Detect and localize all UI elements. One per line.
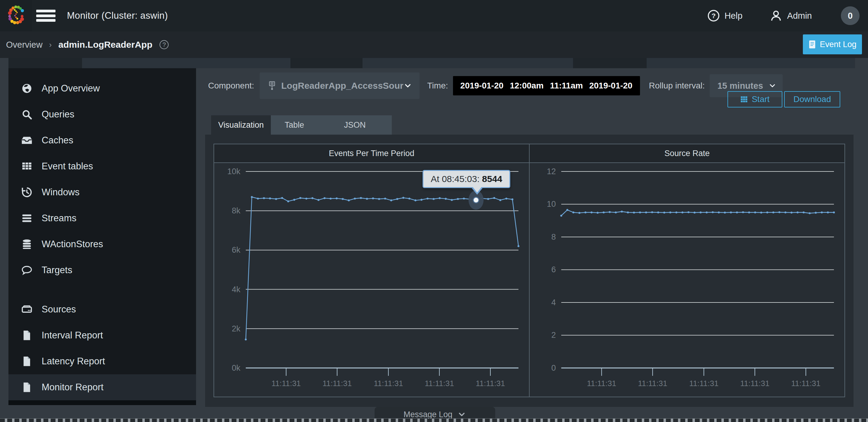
source-rate-chart[interactable]: 02468101211:11:3111:11:3111:11:3111:11:3… (530, 163, 844, 397)
y-tick-label: 2k (231, 324, 240, 333)
data-point (700, 211, 702, 213)
data-point (439, 197, 441, 199)
notification-badge[interactable]: 0 (841, 6, 860, 25)
component-value: LogReaderApp_AccessSource (281, 81, 403, 91)
globe-icon (20, 82, 34, 94)
breadcrumb-separator: › (49, 40, 52, 50)
sidebar-item-sources[interactable]: Sources (8, 297, 196, 322)
file-icon (20, 329, 34, 341)
time-value-3[interactable]: 2019-01-20 (589, 81, 632, 90)
sidebar-scrollbar[interactable] (8, 400, 196, 405)
sidebar-item-label: Monitor Report (42, 382, 103, 393)
time-range-box[interactable]: 2019-01-2012:00am11:11am2019-01-20 (453, 76, 640, 95)
time-value-0[interactable]: 2019-01-20 (460, 81, 503, 90)
partial-tile (82, 58, 290, 68)
sidebar-item-label: Windows (42, 187, 80, 198)
y-tick-label: 0 (551, 363, 556, 372)
rollup-label: Rollup interval: (649, 81, 705, 90)
document-icon (808, 40, 816, 49)
chart-plot: 02468101211:11:3111:11:3111:11:3111:11:3… (530, 163, 844, 397)
y-tick-label: 10k (227, 167, 240, 176)
start-button[interactable]: Start (727, 91, 782, 108)
data-line (246, 197, 519, 340)
tab-json[interactable]: JSON (318, 115, 392, 135)
data-point (645, 211, 647, 213)
data-point (257, 198, 259, 199)
horizontal-scrollbar[interactable] (0, 418, 868, 422)
file-icon (20, 381, 34, 393)
cache-tray-icon (20, 134, 34, 146)
sidebar-item-queries[interactable]: Queries (8, 102, 196, 128)
sidebar-item-interval-report[interactable]: Interval Report (8, 322, 196, 348)
user-menu[interactable]: Admin (769, 9, 812, 23)
data-point (694, 212, 695, 214)
chevron-down-icon (457, 410, 466, 419)
data-point (833, 211, 835, 213)
sidebar-item-event-tables[interactable]: Event tables (8, 153, 196, 179)
data-point (427, 198, 428, 199)
sidebar-item-streams[interactable]: Streams (8, 205, 196, 231)
breadcrumb-overview[interactable]: Overview (6, 40, 42, 50)
top-bar: Monitor (Cluster: aswin) ? Help Admin 0 (0, 0, 868, 31)
partial-tile (363, 58, 573, 68)
data-point (342, 198, 343, 200)
component-select[interactable]: LogReaderApp_AccessSource (260, 73, 420, 99)
data-point (663, 212, 665, 214)
data-point (421, 199, 422, 201)
x-tick-label: 11:11:31 (476, 379, 505, 388)
data-point (579, 212, 580, 214)
time-value-1[interactable]: 12:00am (510, 81, 544, 90)
data-point (336, 197, 338, 199)
events-per-time-period-chart[interactable]: At 08:45:03: 8544 0k2k4k6k8k10k11:11:311… (214, 163, 529, 397)
partial-tile (290, 58, 363, 68)
event-log-button[interactable]: Event Log (803, 34, 862, 54)
sidebar-item-app-overview[interactable]: App Overview (8, 76, 196, 102)
data-point (621, 211, 623, 213)
streams-icon (20, 212, 34, 224)
sidebar-item-label: App Overview (42, 83, 100, 94)
sidebar-item-label: Queries (42, 109, 74, 120)
database-icon (20, 238, 34, 250)
data-point (682, 211, 683, 213)
sidebar-item-windows[interactable]: Windows (8, 179, 196, 205)
striim-logo[interactable] (0, 0, 32, 31)
x-tick-label: 11:11:31 (322, 379, 352, 388)
data-point (688, 211, 689, 213)
data-point (615, 211, 617, 213)
chart-panels: Events Per Time Period At 08:45:03: 8544… (214, 144, 845, 397)
sidebar-item-label: Targets (42, 265, 72, 276)
menu-hamburger-icon[interactable] (36, 9, 56, 22)
help-button[interactable]: ? Help (707, 9, 743, 22)
sidebar-item-wactionstores[interactable]: WActionStores (8, 231, 196, 257)
sidebar-item-monitor-report[interactable]: Monitor Report (8, 374, 196, 400)
sidebar-item-label: Sources (42, 304, 76, 315)
data-point (609, 211, 611, 213)
striim-logo-icon (3, 2, 29, 29)
charts-card: Events Per Time Period At 08:45:03: 8544… (205, 135, 854, 407)
sidebar-item-targets[interactable]: Targets (8, 257, 196, 283)
download-button[interactable]: Download (784, 91, 840, 108)
app-help-icon[interactable]: ? (159, 40, 168, 49)
tab-table[interactable]: Table (271, 115, 318, 135)
data-point (451, 199, 453, 201)
table-grid-icon (20, 160, 34, 172)
message-log-label: Message Log (404, 410, 453, 419)
data-point (312, 197, 313, 199)
time-value-2[interactable]: 11:11am (550, 81, 583, 90)
sidebar-item-caches[interactable]: Caches (8, 128, 196, 153)
data-point (293, 199, 295, 201)
data-point (827, 211, 829, 213)
data-point (760, 212, 762, 214)
sidebar-item-latency-report[interactable]: Latency Report (8, 348, 196, 374)
data-point (360, 197, 362, 199)
data-point (445, 198, 447, 199)
data-point (809, 212, 810, 214)
data-point (566, 209, 568, 211)
data-point (323, 197, 326, 199)
data-point (354, 198, 355, 199)
data-point (348, 199, 349, 201)
drive-icon (20, 303, 34, 315)
partial-tile (8, 58, 82, 68)
y-tick-label: 6 (551, 265, 556, 274)
tab-visualization[interactable]: Visualization (211, 115, 271, 135)
